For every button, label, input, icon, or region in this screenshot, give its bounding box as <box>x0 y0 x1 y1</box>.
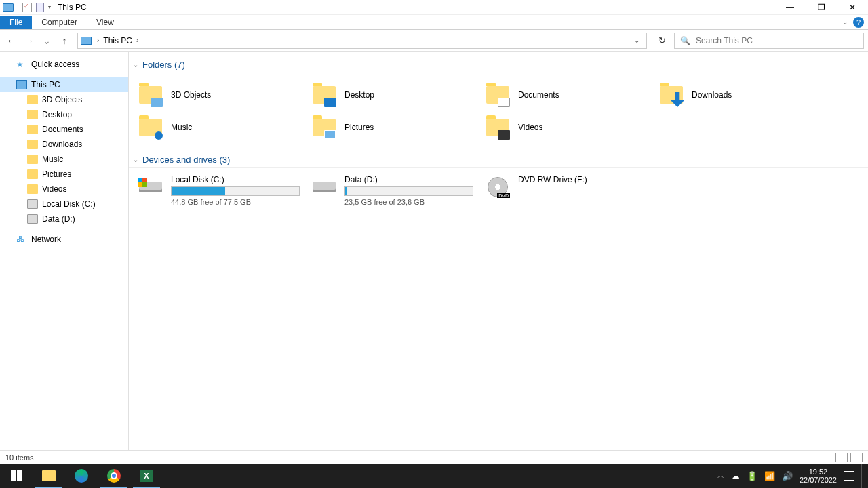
qat-dropdown-icon[interactable]: ▾ <box>48 4 51 10</box>
edge-icon <box>75 469 88 483</box>
sidebar-item-pictures[interactable]: Pictures <box>0 167 128 182</box>
taskbar-edge[interactable] <box>65 464 98 488</box>
folder-desktop[interactable]: Desktop <box>308 79 481 111</box>
new-folder-icon[interactable] <box>36 3 44 12</box>
sidebar-item-videos[interactable]: Videos <box>0 182 128 197</box>
tab-file[interactable]: File <box>0 16 32 29</box>
sidebar-item-this-pc[interactable]: This PC <box>0 77 128 92</box>
star-icon: ★ <box>16 60 27 69</box>
drive-label: Local Disk (C:) <box>171 175 300 184</box>
chevron-down-icon: ⌄ <box>133 61 138 68</box>
up-button[interactable]: ↑ <box>57 33 72 48</box>
folder-label: 3D Objects <box>171 90 211 100</box>
folder-icon <box>311 115 338 140</box>
drive-local-disk-c[interactable]: Local Disk (C:) 44,8 GB free of 77,5 GB <box>134 174 308 207</box>
sidebar-item-local-disk-c[interactable]: Local Disk (C:) <box>0 197 128 211</box>
folder-pictures[interactable]: Pictures <box>308 111 481 144</box>
sidebar-item-quick-access[interactable]: ★ Quick access <box>0 57 128 72</box>
recent-locations-button[interactable]: ⌄ <box>39 33 54 48</box>
drive-data-d[interactable]: Data (D:) 23,5 GB free of 23,6 GB <box>308 174 481 207</box>
breadcrumb-sep-icon[interactable]: › <box>135 37 140 44</box>
window-controls: ― ❐ ✕ <box>774 0 868 15</box>
sidebar-item-downloads[interactable]: Downloads <box>0 137 128 152</box>
folder-downloads[interactable]: Downloads <box>655 79 829 111</box>
folder-label: Pictures <box>344 123 374 132</box>
taskbar-chrome[interactable] <box>98 464 130 488</box>
help-icon[interactable]: ? <box>853 17 864 28</box>
battery-icon[interactable]: 🔋 <box>747 471 757 481</box>
onedrive-icon[interactable]: ☁ <box>731 471 740 481</box>
taskbar-explorer[interactable] <box>33 464 65 488</box>
sidebar-label: Music <box>42 155 63 164</box>
search-box[interactable]: 🔍 <box>674 33 864 49</box>
volume-icon[interactable]: 🔊 <box>782 471 793 481</box>
sidebar-label: Local Disk (C:) <box>42 199 96 209</box>
folder-3d-objects[interactable]: 3D Objects <box>134 79 308 111</box>
forward-button[interactable]: → <box>22 33 37 48</box>
navigation-pane: ★ Quick access This PC 3D Objects Deskto… <box>0 52 129 450</box>
action-center-icon[interactable] <box>844 471 854 481</box>
sidebar-item-music[interactable]: Music <box>0 152 128 167</box>
drive-dvd-rw-f[interactable]: DVD RW Drive (F:) <box>481 174 655 207</box>
collapse-ribbon-icon[interactable]: ⌄ <box>842 18 848 26</box>
search-input[interactable] <box>696 36 858 45</box>
address-pc-icon <box>81 37 92 45</box>
tray-time: 19:52 <box>800 468 837 476</box>
folder-music[interactable]: Music <box>134 111 308 144</box>
show-desktop-button[interactable] <box>861 464 865 488</box>
minimize-button[interactable]: ― <box>774 0 806 15</box>
details-view-button[interactable] <box>835 453 848 462</box>
start-button[interactable] <box>0 464 33 488</box>
address-bar[interactable]: › This PC › ⌄ <box>77 33 647 49</box>
close-button[interactable]: ✕ <box>837 0 868 15</box>
status-bar: 10 items <box>0 450 868 464</box>
tray-overflow-icon[interactable]: ︿ <box>717 471 724 481</box>
back-button[interactable]: ← <box>4 33 19 48</box>
sidebar-item-3d-objects[interactable]: 3D Objects <box>0 92 128 107</box>
sidebar-item-network[interactable]: 🖧 Network <box>0 232 128 247</box>
dvd-icon <box>484 175 511 199</box>
maximize-button[interactable]: ❐ <box>806 0 837 15</box>
quick-access-toolbar: ▾ <box>0 3 51 12</box>
address-history-icon[interactable]: ⌄ <box>630 37 644 44</box>
drive-icon <box>27 199 38 209</box>
properties-icon[interactable] <box>22 3 32 12</box>
tab-computer[interactable]: Computer <box>32 16 87 29</box>
tray-clock[interactable]: 19:52 22/07/2022 <box>800 468 837 484</box>
folder-icon <box>137 83 164 107</box>
taskbar-excel[interactable]: X <box>130 464 163 488</box>
drive-capacity-bar <box>344 186 473 196</box>
breadcrumb-this-pc[interactable]: This PC <box>100 36 135 45</box>
drive-icon <box>137 175 164 199</box>
sidebar-label: Downloads <box>42 140 82 149</box>
breadcrumb-sep-icon[interactable]: › <box>96 37 100 44</box>
folder-icon <box>27 125 38 134</box>
drive-free-text: 23,5 GB free of 23,6 GB <box>344 198 473 206</box>
drive-icon <box>311 175 338 199</box>
wifi-icon[interactable]: 📶 <box>764 471 775 481</box>
group-header-folders[interactable]: ⌄ Folders (7) <box>129 57 868 73</box>
system-tray: ︿ ☁ 🔋 📶 🔊 19:52 22/07/2022 <box>717 464 868 488</box>
sidebar-item-desktop[interactable]: Desktop <box>0 107 128 122</box>
folder-documents[interactable]: Documents <box>481 79 655 111</box>
sidebar-label: Network <box>31 235 61 244</box>
status-item-count: 10 items <box>5 453 34 462</box>
window-title: This PC <box>58 3 87 12</box>
titlebar: ▾ This PC ― ❐ ✕ <box>0 0 868 15</box>
folder-label: Videos <box>518 123 542 132</box>
refresh-button[interactable]: ↻ <box>652 33 671 49</box>
drive-free-text: 44,8 GB free of 77,5 GB <box>171 198 300 206</box>
drive-label: DVD RW Drive (F:) <box>518 175 647 184</box>
sidebar-label: Documents <box>42 125 83 134</box>
app-icon[interactable] <box>3 3 14 12</box>
view-switcher <box>835 453 863 462</box>
folder-videos[interactable]: Videos <box>481 111 655 144</box>
tab-view[interactable]: View <box>87 16 123 29</box>
explorer-icon <box>42 470 56 481</box>
sidebar-label: Pictures <box>42 169 71 179</box>
sidebar-item-documents[interactable]: Documents <box>0 122 128 137</box>
group-header-drives[interactable]: ⌄ Devices and drives (3) <box>129 152 868 168</box>
tiles-view-button[interactable] <box>850 453 863 462</box>
excel-icon: X <box>140 470 153 482</box>
sidebar-item-data-d[interactable]: Data (D:) <box>0 211 128 226</box>
